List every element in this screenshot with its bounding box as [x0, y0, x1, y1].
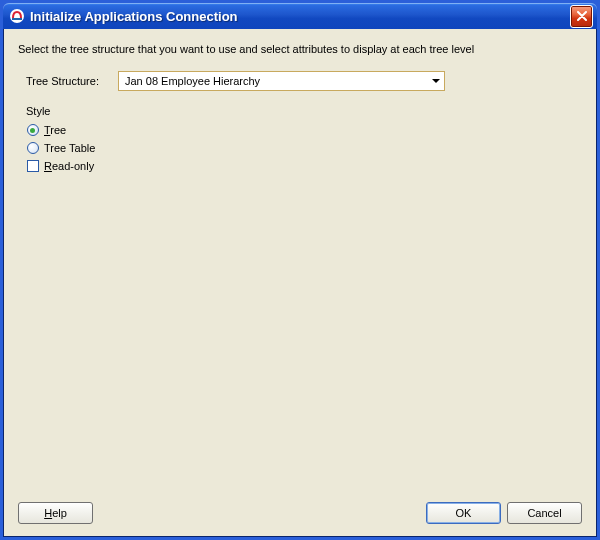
client-area: Select the tree structure that you want …	[3, 29, 597, 537]
close-button[interactable]	[570, 5, 593, 28]
radio-icon	[26, 142, 39, 155]
cancel-button[interactable]: Cancel	[507, 502, 582, 524]
style-option-tree-table-label: Tree Table	[44, 142, 95, 154]
svg-rect-1	[12, 18, 22, 20]
help-button[interactable]: Help	[18, 502, 93, 524]
checkbox-icon	[26, 160, 39, 173]
read-only-checkbox[interactable]: Read-only	[18, 157, 582, 175]
read-only-label: Read-only	[44, 160, 94, 172]
style-group-label: Style	[18, 105, 582, 117]
titlebar: Initialize Applications Connection	[3, 3, 597, 29]
chevron-down-icon	[427, 72, 444, 90]
ok-button[interactable]: OK	[426, 502, 501, 524]
app-icon	[9, 8, 25, 24]
tree-structure-label: Tree Structure:	[26, 75, 118, 87]
tree-structure-value: Jan 08 Employee Hierarchy	[119, 75, 427, 87]
style-option-tree[interactable]: Tree	[18, 121, 582, 139]
window-title: Initialize Applications Connection	[30, 9, 570, 24]
radio-icon	[26, 124, 39, 137]
tree-structure-row: Tree Structure: Jan 08 Employee Hierarch…	[18, 71, 582, 91]
button-bar: Help OK Cancel	[18, 502, 582, 524]
dialog-window: Initialize Applications Connection Selec…	[0, 0, 600, 540]
close-icon	[577, 11, 587, 21]
style-option-tree-label: Tree	[44, 124, 66, 136]
style-option-tree-table[interactable]: Tree Table	[18, 139, 582, 157]
instruction-text: Select the tree structure that you want …	[18, 43, 582, 55]
tree-structure-combo[interactable]: Jan 08 Employee Hierarchy	[118, 71, 445, 91]
